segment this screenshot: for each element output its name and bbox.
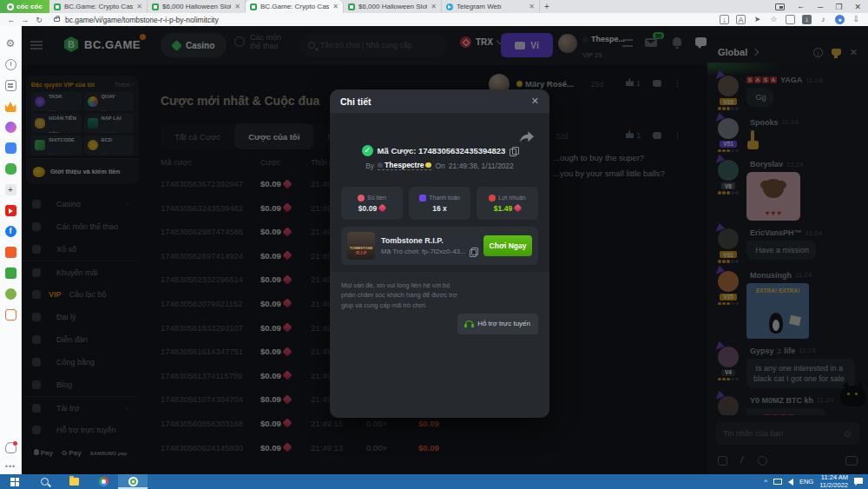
- tab-close-icon[interactable]: ✕: [332, 3, 339, 10]
- new-tab-button[interactable]: +: [540, 0, 554, 13]
- chrome-taskbar-icon[interactable]: [89, 474, 118, 489]
- bet-byline: By Thespectre On 21:49:38, 1/11/2022: [330, 161, 549, 170]
- modal-bet-id: 1748305632435394823: [418, 146, 505, 155]
- gem-icon: [514, 204, 523, 213]
- game-thumbnail[interactable]: TOMBSTONE R.I.P: [347, 232, 375, 260]
- file-explorer-icon[interactable]: [59, 474, 89, 489]
- deals-icon[interactable]: [5, 288, 16, 300]
- browser-tabs: BC.Game: Crypto Casino Gam ✕ $6,000 Hall…: [49, 0, 540, 13]
- tab-title: $6,000 Halloween Slot Battle: [162, 3, 231, 10]
- tab-strip: cốc cốc BC.Game: Crypto Casino Gam ✕ $6,…: [0, 0, 868, 13]
- taskbar-search-icon[interactable]: [30, 474, 59, 489]
- tray-expand-icon[interactable]: ^: [764, 478, 767, 486]
- site-security-icon[interactable]: [54, 17, 60, 22]
- adblock-shield-icon[interactable]: [786, 15, 795, 24]
- tab-title: Telegram Web: [457, 3, 525, 10]
- tab-title: BC.Game: Crypto Casino Gam: [260, 3, 329, 10]
- modal-close-icon[interactable]: ✕: [531, 96, 539, 107]
- live-support-button[interactable]: Hỗ trợ trực tuyến: [457, 314, 538, 334]
- tab-close-icon[interactable]: ✕: [234, 3, 240, 10]
- share-icon[interactable]: ➤: [753, 15, 762, 24]
- browser-tab[interactable]: $6,000 Halloween Slot Battle ✕: [344, 0, 442, 13]
- downloads-icon[interactable]: ⇩: [852, 15, 861, 24]
- coccoc-sidebar: ⚙ + f •••: [0, 26, 22, 474]
- stat-value: $1.49: [494, 204, 521, 213]
- close-window-button[interactable]: ✕: [854, 3, 861, 11]
- game-id-line: Mã Trò chơi: fp-7l2xc0-43...: [381, 248, 477, 256]
- bet-details-modal: Chi tiết ✕ ✓ Mã Cược: 174830563243539482…: [330, 89, 549, 418]
- volume-icon[interactable]: [788, 479, 793, 486]
- verified-check-icon: ✓: [362, 145, 373, 156]
- forward-button[interactable]: →: [21, 16, 30, 24]
- browser-tab[interactable]: $6,000 Halloween Slot Battle ✕: [148, 0, 246, 13]
- tab-close-icon[interactable]: ✕: [431, 3, 437, 10]
- language-indicator[interactable]: ENG: [799, 478, 813, 486]
- history-icon[interactable]: [5, 59, 16, 70]
- facebook-icon[interactable]: f: [5, 226, 16, 237]
- game-id: fp-7l2xc0-43...: [422, 248, 466, 255]
- copy-icon[interactable]: [470, 248, 477, 256]
- stat-value: $0.09: [358, 204, 385, 213]
- action-center-icon[interactable]: [854, 478, 863, 486]
- network-icon[interactable]: [773, 479, 782, 485]
- stat-icon: [419, 195, 426, 202]
- stat-card: Thanh toán 16 x: [409, 187, 470, 220]
- settings-gear-icon[interactable]: ⚙: [5, 38, 16, 50]
- tab-close-icon[interactable]: ✕: [529, 3, 535, 10]
- browser-tab[interactable]: BC.Game: Crypto Casino Gam ✕: [246, 0, 344, 13]
- stat-icon: [358, 195, 365, 202]
- back-button[interactable]: ←: [7, 16, 16, 24]
- copy-icon[interactable]: [510, 147, 517, 155]
- share-bet-icon[interactable]: [520, 131, 534, 143]
- youtube-icon[interactable]: [5, 205, 16, 216]
- cart-icon[interactable]: [5, 309, 16, 320]
- play-now-button[interactable]: Chơi Ngay: [483, 235, 532, 256]
- player-suit-icon: [378, 162, 383, 168]
- translate-icon[interactable]: A: [736, 15, 746, 24]
- clock[interactable]: 11:24 AM11/2/2022: [819, 474, 848, 489]
- shop-icon[interactable]: [5, 247, 16, 258]
- browser-tab[interactable]: Telegram Web ✕: [442, 0, 540, 13]
- stat-card: Lợi nhuận $1.49: [477, 187, 538, 220]
- window-controls: ─ ❐ ✕: [775, 0, 868, 13]
- gift-icon[interactable]: [5, 268, 16, 279]
- pip-icon[interactable]: [775, 3, 785, 10]
- games-icon[interactable]: [5, 163, 16, 175]
- coccoc-logo[interactable]: cốc cốc: [0, 0, 49, 13]
- download-active-icon[interactable]: ↓: [802, 15, 812, 24]
- sidebar-bell-icon[interactable]: [5, 442, 16, 453]
- reload-button[interactable]: ↻: [35, 16, 43, 24]
- support-note: Mọi vấn đề, xin vui lòng liên hệ với bộ …: [341, 281, 458, 310]
- tab-favicon: [250, 3, 257, 10]
- start-button[interactable]: [0, 474, 30, 489]
- game-card: TOMBSTONE R.I.P Tombstone R.I.P. Mã Trò …: [341, 227, 538, 265]
- coccoc-icon: [7, 3, 14, 10]
- restore-tab-icon[interactable]: [797, 3, 806, 10]
- live-support-label: Hỗ trợ trực tuyến: [477, 320, 530, 327]
- newsfeed-icon[interactable]: [5, 80, 16, 91]
- player-name[interactable]: Thespectre: [378, 161, 431, 170]
- tab-title: $6,000 Halloween Slot Battle: [358, 3, 427, 10]
- tab-favicon: [54, 3, 61, 10]
- add-shortcut-icon[interactable]: +: [5, 184, 16, 195]
- tab-close-icon[interactable]: ✕: [136, 3, 142, 10]
- tab-favicon: [348, 3, 355, 10]
- minimize-button[interactable]: ─: [818, 3, 823, 11]
- stat-card: Số tiền $0.09: [341, 187, 403, 220]
- headset-icon: [465, 320, 473, 327]
- browser-tab[interactable]: BC.Game: Crypto Casino Gam ✕: [49, 0, 148, 13]
- zalo-icon[interactable]: [5, 142, 16, 154]
- coccoc-taskbar-icon[interactable]: [118, 474, 148, 489]
- notification-bell-icon[interactable]: ♪: [819, 15, 828, 24]
- address-bar[interactable]: bc.game/vi/game/tombstone-r-i-p-by-nolim…: [65, 16, 219, 24]
- crown-icon[interactable]: [5, 101, 16, 112]
- messenger-icon[interactable]: [5, 122, 16, 133]
- save-page-icon[interactable]: ↓: [720, 15, 729, 24]
- bookmark-star-icon[interactable]: ☆: [769, 15, 779, 24]
- gem-icon: [378, 204, 387, 213]
- maximize-button[interactable]: ❐: [835, 3, 842, 11]
- bet-stats: Số tiền $0.09 Thanh toán 16 x Lợi nh: [341, 187, 538, 220]
- profile-avatar-icon[interactable]: ●: [835, 15, 845, 24]
- game-name: Tombstone R.I.P.: [381, 236, 477, 245]
- sidebar-more-icon[interactable]: •••: [5, 463, 16, 474]
